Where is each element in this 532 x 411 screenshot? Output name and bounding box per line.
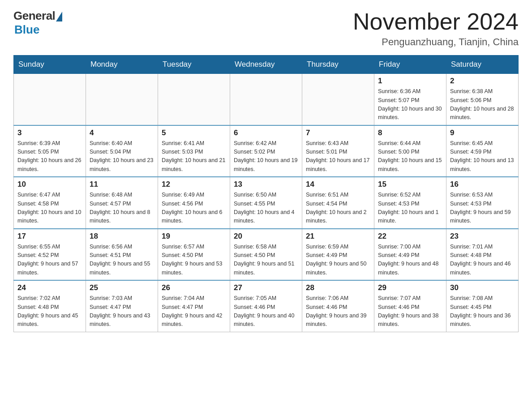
calendar-cell [302,74,374,125]
day-number: 3 [17,128,82,137]
day-info: Sunrise: 6:52 AMSunset: 4:53 PMDaylight:… [378,191,442,226]
calendar-cell: 17Sunrise: 6:55 AMSunset: 4:52 PMDayligh… [14,229,86,281]
page-header: General Blue November 2024 Penguanzhuang… [13,9,519,48]
day-info: Sunrise: 6:59 AMSunset: 4:49 PMDaylight:… [306,243,370,278]
calendar-cell: 6Sunrise: 6:42 AMSunset: 5:02 PMDaylight… [230,125,302,177]
day-info: Sunrise: 6:49 AMSunset: 4:56 PMDaylight:… [162,191,226,226]
day-number: 29 [378,283,442,292]
day-of-week-header: Thursday [302,56,374,74]
day-info: Sunrise: 7:07 AMSunset: 4:46 PMDaylight:… [378,294,442,329]
day-number: 30 [450,283,515,292]
calendar-week-row: 24Sunrise: 7:02 AMSunset: 4:48 PMDayligh… [14,280,519,332]
title-block: November 2024 Penguanzhuang, Tianjin, Ch… [353,9,519,48]
day-number: 7 [306,128,370,137]
day-info: Sunrise: 7:02 AMSunset: 4:48 PMDaylight:… [17,294,82,329]
day-info: Sunrise: 6:50 AMSunset: 4:55 PMDaylight:… [234,191,298,226]
calendar-cell: 10Sunrise: 6:47 AMSunset: 4:58 PMDayligh… [14,177,86,229]
logo-general-text: General [13,9,55,23]
day-number: 4 [90,128,154,137]
calendar-cell: 20Sunrise: 6:58 AMSunset: 4:50 PMDayligh… [230,229,302,281]
calendar-cell: 5Sunrise: 6:41 AMSunset: 5:03 PMDaylight… [158,125,230,177]
calendar-cell: 23Sunrise: 7:01 AMSunset: 4:48 PMDayligh… [446,229,519,281]
calendar-cell [158,74,230,125]
calendar-week-row: 10Sunrise: 6:47 AMSunset: 4:58 PMDayligh… [14,177,519,229]
calendar-cell: 16Sunrise: 6:53 AMSunset: 4:53 PMDayligh… [446,177,519,229]
day-number: 20 [234,232,298,241]
day-number: 13 [234,180,298,189]
calendar-cell: 29Sunrise: 7:07 AMSunset: 4:46 PMDayligh… [374,280,446,332]
day-number: 6 [234,128,298,137]
day-info: Sunrise: 7:06 AMSunset: 4:46 PMDaylight:… [306,294,370,329]
day-info: Sunrise: 6:48 AMSunset: 4:57 PMDaylight:… [90,191,154,226]
calendar-cell [230,74,302,125]
calendar-cell: 22Sunrise: 7:00 AMSunset: 4:49 PMDayligh… [374,229,446,281]
calendar-cell: 13Sunrise: 6:50 AMSunset: 4:55 PMDayligh… [230,177,302,229]
day-number: 11 [90,180,154,189]
day-info: Sunrise: 7:05 AMSunset: 4:46 PMDaylight:… [234,294,298,329]
day-number: 24 [17,283,82,292]
calendar-cell: 24Sunrise: 7:02 AMSunset: 4:48 PMDayligh… [14,280,86,332]
day-number: 25 [90,283,154,292]
day-number: 28 [306,283,370,292]
day-of-week-header: Friday [374,56,446,74]
day-info: Sunrise: 6:36 AMSunset: 5:07 PMDaylight:… [378,87,442,122]
day-number: 26 [162,283,226,292]
day-of-week-header: Saturday [446,56,519,74]
calendar-cell: 8Sunrise: 6:44 AMSunset: 5:00 PMDaylight… [374,125,446,177]
day-info: Sunrise: 6:55 AMSunset: 4:52 PMDaylight:… [17,243,82,278]
calendar-cell [14,74,86,125]
day-number: 27 [234,283,298,292]
day-number: 1 [378,77,442,86]
day-number: 15 [378,180,442,189]
day-number: 9 [450,128,515,137]
calendar-cell: 18Sunrise: 6:56 AMSunset: 4:51 PMDayligh… [86,229,158,281]
day-number: 22 [378,232,442,241]
days-of-week-row: SundayMondayTuesdayWednesdayThursdayFrid… [14,56,519,74]
day-info: Sunrise: 6:41 AMSunset: 5:03 PMDaylight:… [162,139,226,174]
calendar-cell: 3Sunrise: 6:39 AMSunset: 5:05 PMDaylight… [14,125,86,177]
month-title: November 2024 [353,9,519,34]
day-number: 23 [450,232,515,241]
day-info: Sunrise: 6:47 AMSunset: 4:58 PMDaylight:… [17,191,82,226]
calendar-cell: 30Sunrise: 7:08 AMSunset: 4:45 PMDayligh… [446,280,519,332]
calendar-header: SundayMondayTuesdayWednesdayThursdayFrid… [14,56,519,74]
day-info: Sunrise: 6:38 AMSunset: 5:06 PMDaylight:… [450,87,515,122]
calendar-cell: 21Sunrise: 6:59 AMSunset: 4:49 PMDayligh… [302,229,374,281]
calendar-cell: 19Sunrise: 6:57 AMSunset: 4:50 PMDayligh… [158,229,230,281]
calendar-cell: 15Sunrise: 6:52 AMSunset: 4:53 PMDayligh… [374,177,446,229]
calendar-week-row: 3Sunrise: 6:39 AMSunset: 5:05 PMDaylight… [14,125,519,177]
day-info: Sunrise: 6:40 AMSunset: 5:04 PMDaylight:… [90,139,154,174]
calendar-cell: 26Sunrise: 7:04 AMSunset: 4:47 PMDayligh… [158,280,230,332]
day-number: 21 [306,232,370,241]
logo: General Blue [13,9,62,37]
day-of-week-header: Monday [86,56,158,74]
calendar-cell: 7Sunrise: 6:43 AMSunset: 5:01 PMDaylight… [302,125,374,177]
day-number: 8 [378,128,442,137]
day-of-week-header: Wednesday [230,56,302,74]
day-info: Sunrise: 7:04 AMSunset: 4:47 PMDaylight:… [162,294,226,329]
day-number: 12 [162,180,226,189]
calendar-cell: 27Sunrise: 7:05 AMSunset: 4:46 PMDayligh… [230,280,302,332]
day-info: Sunrise: 6:58 AMSunset: 4:50 PMDaylight:… [234,243,298,278]
day-info: Sunrise: 6:44 AMSunset: 5:00 PMDaylight:… [378,139,442,174]
calendar-table: SundayMondayTuesdayWednesdayThursdayFrid… [13,55,519,332]
logo-blue-text: Blue [14,23,39,37]
day-number: 16 [450,180,515,189]
day-info: Sunrise: 7:03 AMSunset: 4:47 PMDaylight:… [90,294,154,329]
day-info: Sunrise: 6:39 AMSunset: 5:05 PMDaylight:… [17,139,82,174]
day-info: Sunrise: 6:57 AMSunset: 4:50 PMDaylight:… [162,243,226,278]
day-info: Sunrise: 6:56 AMSunset: 4:51 PMDaylight:… [90,243,154,278]
location-subtitle: Penguanzhuang, Tianjin, China [353,36,519,48]
day-number: 18 [90,232,154,241]
calendar-week-row: 1Sunrise: 6:36 AMSunset: 5:07 PMDaylight… [14,74,519,125]
day-number: 5 [162,128,226,137]
calendar-cell: 12Sunrise: 6:49 AMSunset: 4:56 PMDayligh… [158,177,230,229]
day-info: Sunrise: 7:08 AMSunset: 4:45 PMDaylight:… [450,294,515,329]
calendar-cell: 28Sunrise: 7:06 AMSunset: 4:46 PMDayligh… [302,280,374,332]
calendar-cell: 4Sunrise: 6:40 AMSunset: 5:04 PMDaylight… [86,125,158,177]
day-info: Sunrise: 6:43 AMSunset: 5:01 PMDaylight:… [306,139,370,174]
calendar-cell: 25Sunrise: 7:03 AMSunset: 4:47 PMDayligh… [86,280,158,332]
day-info: Sunrise: 6:45 AMSunset: 4:59 PMDaylight:… [450,139,515,174]
day-of-week-header: Tuesday [158,56,230,74]
day-info: Sunrise: 6:42 AMSunset: 5:02 PMDaylight:… [234,139,298,174]
